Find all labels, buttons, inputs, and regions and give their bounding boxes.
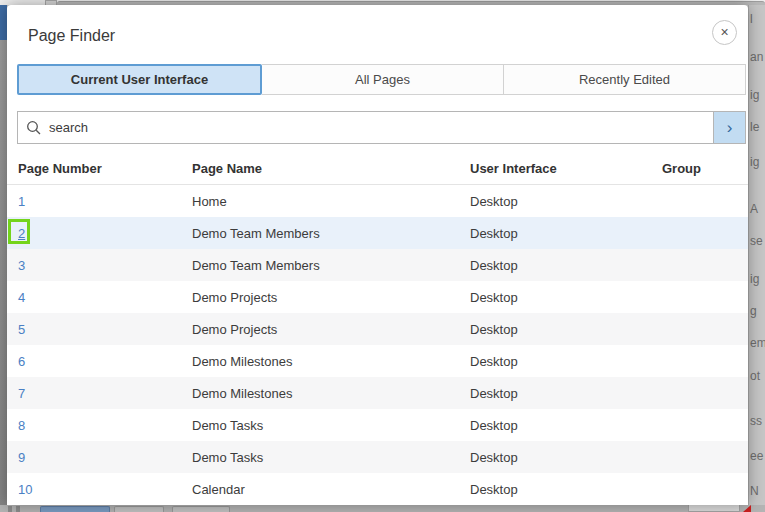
background-text-fragment: se [750, 234, 763, 248]
modal-title: Page Finder [28, 27, 115, 45]
page-name-cell: Demo Tasks [192, 418, 470, 433]
tab-current-user-interface[interactable]: Current User Interface [17, 64, 262, 95]
page-name-cell: Home [192, 194, 470, 209]
background-page-right-edge [748, 5, 765, 512]
tab-label: Recently Edited [579, 72, 670, 87]
page-number-cell: 1 [18, 194, 192, 209]
column-header-page-number: Page Number [18, 161, 192, 176]
page-name-cell: Demo Team Members [192, 258, 470, 273]
tab-bar: Current User Interface All Pages Recentl… [17, 64, 746, 95]
page-number-link[interactable]: 7 [18, 386, 25, 401]
table-header-row: Page Number Page Name User Interface Gro… [7, 152, 748, 185]
page-number-cell: 2 [18, 226, 192, 241]
page-number-link[interactable]: 9 [18, 450, 25, 465]
background-text-fragment: an [750, 50, 763, 64]
tab-label: All Pages [355, 72, 410, 87]
search-box [17, 111, 713, 144]
search-row: › [17, 111, 746, 144]
chevron-right-icon: › [727, 118, 733, 137]
tab-all-pages[interactable]: All Pages [262, 64, 504, 95]
background-page-left-edge [0, 5, 7, 512]
background-page-gray-button-edge [172, 506, 230, 512]
page-number-cell: 8 [18, 418, 192, 433]
column-header-page-name: Page Name [192, 161, 470, 176]
user-interface-cell: Desktop [470, 322, 662, 337]
page-name-cell: Demo Team Members [192, 226, 470, 241]
close-icon: × [720, 24, 728, 40]
background-text-fragment: g [750, 304, 757, 318]
page-name-cell: Demo Projects [192, 322, 470, 337]
screen: lanigleigAseiggemotsseeN Page Finder × C… [0, 0, 765, 512]
search-submit-button[interactable]: › [713, 111, 746, 144]
table-row[interactable]: 3 Demo Team Members Desktop [7, 249, 748, 281]
user-interface-cell: Desktop [470, 450, 662, 465]
table-row[interactable]: 10 Calendar Desktop [7, 473, 748, 505]
search-input[interactable] [42, 112, 713, 143]
table-body: 1 Home Desktop 2 Demo Team Members Deskt… [7, 185, 748, 505]
background-text-fragment: ee [750, 449, 763, 463]
tab-label: Current User Interface [71, 72, 208, 87]
user-interface-cell: Desktop [470, 290, 662, 305]
background-page-blue-header-edge [0, 5, 7, 40]
page-number-cell: 6 [18, 354, 192, 369]
column-header-group: Group [662, 161, 748, 176]
page-name-cell: Demo Milestones [192, 354, 470, 369]
page-number-link[interactable]: 6 [18, 354, 25, 369]
page-number-cell: 10 [18, 482, 192, 497]
user-interface-cell: Desktop [470, 386, 662, 401]
background-text-fragment: ig [750, 272, 759, 286]
table-row[interactable]: 5 Demo Projects Desktop [7, 313, 748, 345]
background-text-fragment: em [750, 336, 765, 350]
page-name-cell: Demo Milestones [192, 386, 470, 401]
close-button[interactable]: × [712, 20, 737, 45]
click-annotation-box [8, 219, 30, 244]
page-number-link[interactable]: 8 [18, 418, 25, 433]
table-row[interactable]: 2 Demo Team Members Desktop [7, 217, 748, 249]
table-row[interactable]: 9 Demo Tasks Desktop [7, 441, 748, 473]
background-text-fragment: l [750, 12, 753, 26]
table-row[interactable]: 7 Demo Milestones Desktop [7, 377, 748, 409]
background-text-fragment: le [750, 120, 759, 134]
modal-header: Page Finder × [7, 5, 748, 59]
user-interface-cell: Desktop [470, 226, 662, 241]
background-page-bar [8, 506, 12, 512]
background-page-blue-button-edge [40, 506, 110, 512]
page-number-cell: 9 [18, 450, 192, 465]
background-page-bar [16, 506, 20, 512]
page-number-link[interactable]: 4 [18, 290, 25, 305]
user-interface-cell: Desktop [470, 258, 662, 273]
page-name-cell: Demo Tasks [192, 450, 470, 465]
background-page-red-marker [743, 505, 751, 512]
background-text-fragment: ig [750, 88, 759, 102]
column-header-user-interface: User Interface [470, 161, 662, 176]
page-number-cell: 4 [18, 290, 192, 305]
page-number-link[interactable]: 5 [18, 322, 25, 337]
user-interface-cell: Desktop [470, 194, 662, 209]
user-interface-cell: Desktop [470, 418, 662, 433]
page-number-cell: 5 [18, 322, 192, 337]
page-finder-modal: Page Finder × Current User Interface All… [7, 5, 748, 505]
table-row[interactable]: 6 Demo Milestones Desktop [7, 345, 748, 377]
background-text-fragment: ig [750, 155, 759, 169]
page-number-link[interactable]: 10 [18, 482, 32, 497]
table-row[interactable]: 4 Demo Projects Desktop [7, 281, 748, 313]
table-row[interactable]: 1 Home Desktop [7, 185, 748, 217]
page-name-cell: Demo Projects [192, 290, 470, 305]
page-number-cell: 7 [18, 386, 192, 401]
page-name-cell: Calendar [192, 482, 470, 497]
tab-recently-edited[interactable]: Recently Edited [504, 64, 746, 95]
background-page-gray-button-edge [114, 506, 164, 512]
background-text-fragment: ss [750, 414, 762, 428]
background-text-fragment: N [750, 484, 759, 498]
background-text-fragment: ot [750, 369, 760, 383]
page-number-link[interactable]: 3 [18, 258, 25, 273]
user-interface-cell: Desktop [470, 354, 662, 369]
page-number-cell: 3 [18, 258, 192, 273]
background-text-fragment: A [750, 202, 758, 216]
page-number-link[interactable]: 1 [18, 194, 25, 209]
table-row[interactable]: 8 Demo Tasks Desktop [7, 409, 748, 441]
pages-table: Page Number Page Name User Interface Gro… [7, 152, 748, 505]
user-interface-cell: Desktop [470, 482, 662, 497]
search-icon [26, 120, 42, 136]
